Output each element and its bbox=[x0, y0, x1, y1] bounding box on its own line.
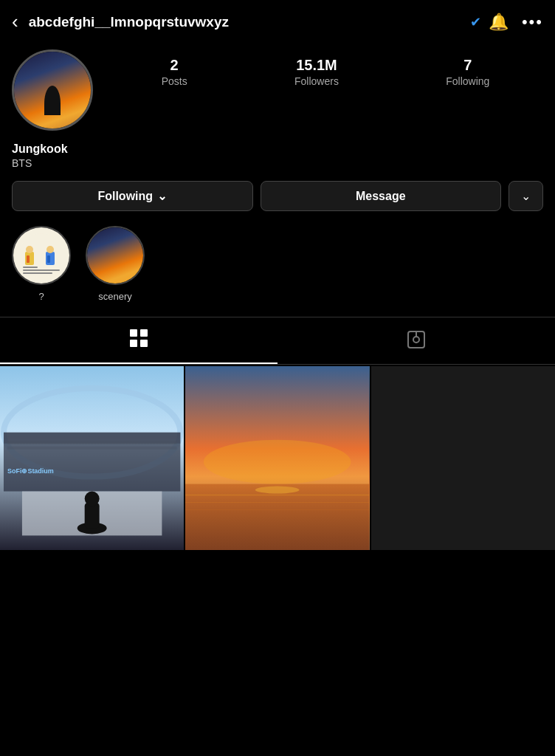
tagged-icon bbox=[406, 329, 427, 353]
svg-rect-3 bbox=[27, 255, 30, 263]
following-label: Following bbox=[446, 75, 489, 87]
notifications-icon[interactable]: 🔔 bbox=[489, 13, 509, 32]
svg-rect-26 bbox=[85, 503, 100, 529]
svg-rect-11 bbox=[140, 329, 148, 337]
profile-name: Jungkook bbox=[12, 142, 543, 156]
svg-rect-9 bbox=[23, 272, 52, 274]
posts-count: 2 bbox=[170, 57, 179, 74]
avatar-image bbox=[14, 52, 91, 128]
highlight-label-1: scenery bbox=[98, 291, 132, 302]
svg-point-30 bbox=[204, 440, 351, 484]
post-placeholder-2 bbox=[371, 366, 555, 550]
svg-rect-8 bbox=[23, 269, 60, 271]
highlight-circle-1 bbox=[86, 226, 145, 285]
stats-row: 2 Posts 15.1M Followers 7 Following bbox=[108, 49, 543, 87]
post-item-2 bbox=[371, 366, 555, 550]
avatar-silhouette bbox=[44, 86, 61, 115]
post-image-0: SoFi⊕Stadium bbox=[0, 366, 184, 550]
svg-rect-7 bbox=[23, 267, 38, 268]
svg-rect-10 bbox=[130, 329, 137, 337]
message-button[interactable]: Message bbox=[261, 181, 502, 211]
svg-point-35 bbox=[255, 487, 300, 494]
posts-stat[interactable]: 2 Posts bbox=[162, 57, 187, 87]
highlights-section: ? scenery bbox=[0, 226, 555, 317]
header: ‹ abcdefghi__lmnopqrstuvwxyz ✔ 🔔 ••• bbox=[0, 0, 555, 44]
highlight-item-1[interactable]: scenery bbox=[86, 226, 145, 302]
svg-rect-12 bbox=[130, 340, 137, 347]
followers-count: 15.1M bbox=[296, 57, 337, 74]
svg-rect-23 bbox=[7, 447, 176, 450]
following-button[interactable]: Following ⌄ bbox=[12, 181, 253, 211]
grid-icon bbox=[128, 328, 149, 354]
back-button[interactable]: ‹ bbox=[12, 10, 18, 33]
highlight-item-0[interactable]: ? bbox=[12, 226, 71, 302]
highlight-circle-0 bbox=[12, 226, 71, 285]
post-image-1 bbox=[185, 366, 369, 550]
username-label: abcdefghi__lmnopqrstuvwxyz bbox=[29, 14, 460, 30]
post-item-0[interactable]: SoFi⊕Stadium bbox=[0, 366, 184, 550]
verified-badge: ✔ bbox=[470, 14, 481, 30]
followers-label: Followers bbox=[294, 75, 339, 87]
following-count: 7 bbox=[463, 57, 472, 74]
svg-point-5 bbox=[46, 246, 54, 253]
header-actions: 🔔 ••• bbox=[489, 13, 543, 32]
highlight-illustration-icon bbox=[19, 233, 63, 278]
more-options-icon[interactable]: ••• bbox=[522, 13, 543, 32]
following-stat[interactable]: 7 Following bbox=[446, 57, 489, 87]
post-item-1[interactable] bbox=[185, 366, 369, 550]
highlight-label-0: ? bbox=[38, 291, 44, 302]
svg-rect-21 bbox=[7, 436, 176, 439]
posts-label: Posts bbox=[162, 75, 187, 87]
action-buttons: Following ⌄ Message ⌄ bbox=[0, 181, 555, 226]
tab-grid[interactable] bbox=[0, 317, 278, 364]
bio-section: Jungkook BTS bbox=[0, 142, 555, 181]
highlight-image-1 bbox=[87, 227, 143, 284]
profile-subtitle: BTS bbox=[12, 157, 543, 169]
highlight-image-0 bbox=[13, 227, 69, 284]
svg-point-2 bbox=[26, 246, 33, 253]
following-label: Following bbox=[97, 190, 153, 203]
following-chevron-icon: ⌄ bbox=[157, 189, 167, 203]
svg-text:SoFi⊕Stadium: SoFi⊕Stadium bbox=[7, 467, 54, 475]
svg-point-15 bbox=[413, 337, 419, 343]
profile-section: 2 Posts 15.1M Followers 7 Following bbox=[0, 44, 555, 142]
tab-tagged[interactable] bbox=[278, 317, 555, 364]
tab-bar bbox=[0, 317, 555, 365]
svg-rect-6 bbox=[47, 255, 50, 263]
posts-grid: SoFi⊕Stadium bbox=[0, 366, 555, 550]
svg-rect-13 bbox=[140, 340, 148, 347]
svg-point-27 bbox=[85, 492, 100, 506]
followers-stat[interactable]: 15.1M Followers bbox=[294, 57, 339, 87]
dropdown-button[interactable]: ⌄ bbox=[509, 181, 543, 211]
svg-rect-31 bbox=[185, 484, 369, 551]
svg-rect-22 bbox=[7, 441, 176, 444]
avatar[interactable] bbox=[12, 49, 93, 131]
